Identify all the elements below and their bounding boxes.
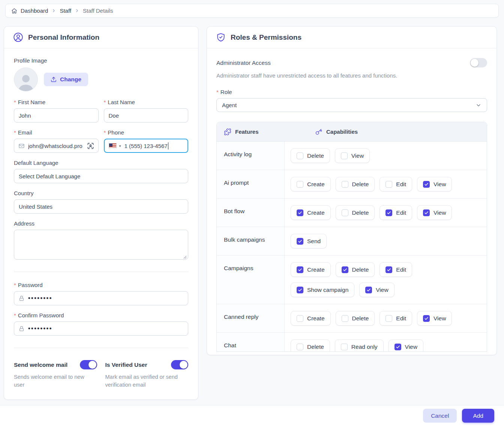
required-marker: * (14, 282, 16, 288)
first-name-input[interactable] (14, 108, 99, 123)
send-welcome-mail-toggle[interactable] (80, 360, 97, 369)
capability-checkbox[interactable]: Create (291, 311, 331, 326)
phone-value: 1 (555) 123-4567 (124, 143, 168, 149)
capability-label: View (405, 344, 417, 350)
capability-checkbox[interactable]: View (417, 205, 452, 220)
send-welcome-mail-label: Send welcome mail (14, 362, 68, 368)
checkbox-checked-icon (297, 238, 303, 245)
checkbox-checked-icon (297, 287, 303, 293)
mail-icon (18, 143, 25, 149)
flag-caret-icon[interactable]: ▾ (119, 144, 121, 148)
capability-checkbox[interactable]: Delete (291, 148, 330, 163)
country-select[interactable] (14, 199, 188, 214)
capability-label: Create (307, 266, 325, 273)
resize-grip-icon[interactable] (183, 256, 187, 259)
password-field[interactable]: •••••••• (14, 291, 188, 305)
checkbox-unchecked-icon (297, 181, 303, 188)
table-row: Ai promptCreateDeleteEditView (217, 170, 487, 199)
capability-checkbox[interactable]: View (388, 339, 423, 352)
capability-label: View (376, 287, 388, 293)
capability-label: Edit (396, 266, 406, 273)
confirm-password-field[interactable]: •••••••• (14, 321, 188, 336)
capability-checkbox[interactable]: Delete (336, 311, 375, 326)
role-select[interactable]: Agent (216, 98, 487, 112)
administrator-access-description: Administrator staff have unrestricted ac… (216, 72, 487, 79)
avatar (14, 67, 38, 91)
confirm-password-label: Confirm Password (18, 312, 64, 318)
email-field[interactable]: john@whatscloud.pro (14, 139, 99, 153)
capability-checkbox[interactable]: Send (291, 234, 327, 248)
checkbox-checked-icon (297, 266, 303, 273)
capabilities-cell: DeleteView (285, 142, 487, 170)
table-row: Activity logDeleteView (217, 142, 487, 170)
address-textarea[interactable] (14, 230, 188, 260)
personal-information-title: Personal Information (28, 33, 99, 42)
checkbox-unchecked-icon (341, 344, 348, 350)
footer-bar: Cancel Add (0, 405, 504, 426)
capability-label: Show campaign (307, 287, 348, 293)
required-marker: * (14, 312, 16, 318)
capability-checkbox[interactable]: Edit (380, 262, 412, 277)
is-verified-user-toggle[interactable] (171, 360, 188, 369)
default-language-select[interactable] (14, 169, 188, 183)
capability-checkbox[interactable]: View (417, 177, 452, 191)
capabilities-cell: Send (285, 227, 487, 255)
capabilities-cell: CreateDeleteEditShow campaignView (285, 256, 487, 304)
email-label: Email (18, 129, 32, 136)
capability-label: View (434, 181, 446, 188)
home-icon[interactable] (11, 8, 17, 14)
feature-label: Ai prompt (217, 170, 285, 198)
capability-checkbox[interactable]: Create (291, 262, 331, 277)
roles-permissions-card: Roles & Permissions Administrator Access… (207, 26, 497, 355)
capability-checkbox[interactable]: Edit (380, 177, 412, 191)
us-flag-icon[interactable] (109, 143, 117, 148)
capability-label: Delete (352, 209, 369, 216)
capabilities-cell: CreateDeleteEditView (285, 304, 487, 332)
capability-checkbox[interactable]: View (417, 311, 452, 326)
default-language-label: Default Language (14, 160, 58, 166)
checkbox-unchecked-icon (386, 315, 392, 322)
capability-label: Edit (396, 181, 406, 188)
capability-checkbox[interactable]: Delete (336, 177, 375, 191)
capability-label: View (434, 315, 446, 322)
capability-checkbox[interactable]: Create (291, 205, 331, 220)
capability-checkbox[interactable]: View (335, 148, 370, 163)
capability-label: Send (307, 238, 321, 245)
cancel-button[interactable]: Cancel (423, 409, 457, 423)
phone-field[interactable]: ▾ 1 (555) 123-4567 (104, 139, 189, 153)
breadcrumb-item-dashboard[interactable]: Dashboard (21, 7, 48, 14)
table-row: Bulk campaignsSend (217, 227, 487, 256)
address-label: Address (14, 220, 34, 227)
checkbox-checked-icon (342, 266, 348, 273)
chevron-right-icon (51, 8, 56, 13)
breadcrumb: Dashboard Staff Staff Details (5, 4, 499, 18)
capability-checkbox[interactable]: Delete (336, 262, 375, 277)
required-marker: * (14, 99, 16, 105)
checkbox-unchecked-icon (342, 181, 348, 188)
capability-checkbox[interactable]: Show campaign (291, 283, 354, 297)
capability-checkbox[interactable]: View (359, 283, 394, 297)
lock-icon (18, 326, 25, 332)
feature-label: Bot flow (217, 199, 285, 227)
change-profile-image-button[interactable]: Change (44, 73, 88, 86)
administrator-access-toggle[interactable] (470, 58, 487, 67)
required-marker: * (14, 129, 16, 136)
capability-checkbox[interactable]: Create (291, 177, 331, 191)
last-name-input[interactable] (104, 108, 189, 123)
capability-checkbox[interactable]: Edit (380, 205, 412, 220)
required-marker: * (216, 89, 219, 95)
breadcrumb-item-staff[interactable]: Staff (60, 7, 71, 14)
capability-checkbox[interactable]: Delete (291, 339, 330, 352)
checkbox-checked-icon (297, 209, 303, 216)
checkbox-unchecked-icon (342, 315, 348, 322)
chevron-down-icon (476, 102, 482, 108)
capability-checkbox[interactable]: Edit (380, 311, 412, 326)
add-button[interactable]: Add (462, 409, 494, 423)
required-marker: * (104, 129, 106, 136)
scan-face-icon[interactable] (87, 142, 94, 149)
checkbox-unchecked-icon (297, 315, 303, 322)
password-label: Password (18, 282, 43, 288)
capability-checkbox[interactable]: Read only (335, 339, 384, 352)
capability-checkbox[interactable]: Delete (336, 205, 375, 220)
feature-label: Canned reply (217, 304, 285, 332)
